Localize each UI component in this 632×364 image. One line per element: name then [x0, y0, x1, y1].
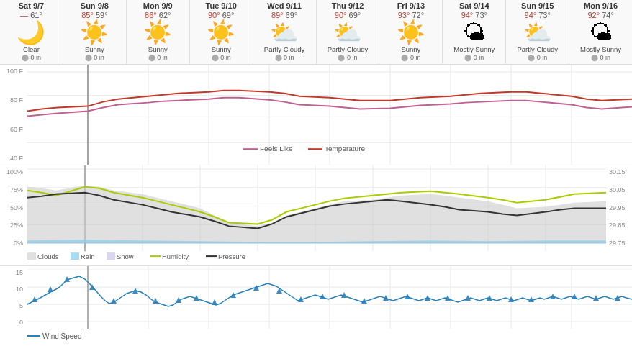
svg-marker-66	[212, 299, 217, 305]
day-icon-3: ☀️	[190, 21, 253, 44]
wind-y-label-10: 10	[1, 286, 26, 293]
day-name-4: Wed 9/11	[253, 1, 316, 10]
temp-y-label-100: 100 F	[1, 68, 26, 75]
temperature-chart: 100 F 80 F 60 F 40 F	[0, 65, 632, 165]
pressure-y-label-low: 29.75	[608, 240, 631, 247]
day-col-7[interactable]: Sat 9/14 94° 73° 🌤 Mostly Sunny ⬤ 0 in	[443, 0, 506, 64]
svg-marker-67	[230, 292, 236, 298]
day-condition-4: Partly Cloudy	[253, 45, 316, 53]
temp-y-label-40: 40 F	[1, 155, 26, 162]
day-condition-5: Partly Cloudy	[317, 45, 379, 53]
svg-text:Humidity: Humidity	[162, 252, 189, 260]
day-col-6[interactable]: Fri 9/13 93° 72° ☀️ Sunny ⬤ 0 in	[379, 0, 443, 64]
day-name-7: Sat 9/14	[443, 1, 505, 10]
humidity-chart: 100% 75% 50% 25% 0% 30.15 30.05 29.95 29…	[0, 165, 632, 266]
wind-y-label-0: 0	[1, 319, 26, 326]
day-condition-3: Sunny	[190, 45, 253, 53]
day-condition-6: Sunny	[379, 45, 442, 53]
wind-y-label-5: 5	[1, 302, 26, 309]
hum-y-label-0: 0%	[1, 240, 26, 247]
day-name-6: Fri 9/13	[379, 1, 442, 10]
pressure-y-label-3: 29.95	[608, 204, 631, 211]
day-name-0: Sat 9/7	[0, 1, 63, 10]
svg-text:Clouds: Clouds	[37, 252, 59, 260]
day-name-8: Sun 9/15	[506, 1, 569, 10]
hum-y-label-25: 25%	[1, 222, 26, 229]
wind-chart: 15 10 5 0	[0, 266, 632, 342]
day-condition-8: Partly Cloudy	[506, 45, 569, 53]
weather-widget: Sat 9/7 — 61° 🌙 Clear ⬤ 0 in Sun 9/8 85°…	[0, 0, 632, 342]
pressure-y-label-high: 30.15	[608, 168, 631, 176]
hum-y-label-100: 100%	[1, 168, 26, 176]
day-icon-5: ⛅	[317, 21, 379, 44]
forecast-header: Sat 9/7 — 61° 🌙 Clear ⬤ 0 in Sun 9/8 85°…	[0, 0, 632, 65]
svg-text:Rain: Rain	[81, 252, 95, 260]
svg-text:Snow: Snow	[117, 252, 134, 260]
clouds-area	[27, 186, 606, 243]
svg-marker-76	[425, 295, 430, 301]
wind-y-label-15: 15	[1, 269, 26, 276]
day-name-9: Mon 9/16	[569, 1, 632, 10]
temp-chart-svg: Feels Like Temperature	[27, 65, 632, 165]
svg-marker-69	[276, 288, 282, 294]
svg-rect-33	[27, 252, 36, 260]
hum-y-label-75: 75%	[1, 186, 26, 194]
svg-marker-85	[615, 295, 620, 301]
pressure-y-label-4: 29.85	[608, 222, 631, 229]
day-icon-8: ⛅	[506, 21, 569, 44]
svg-text:Feels Like: Feels Like	[260, 145, 293, 153]
day-condition-9: Mostly Sunny	[569, 45, 632, 53]
svg-marker-84	[593, 295, 599, 301]
day-condition-1: Sunny	[63, 45, 126, 53]
day-col-2[interactable]: Mon 9/9 86° 62° ☀️ Sunny ⬤ 0 in	[127, 0, 190, 64]
svg-marker-81	[528, 296, 534, 302]
day-icon-0: 🌙	[0, 21, 63, 44]
temp-y-label-60: 60 F	[1, 126, 26, 133]
snow-area	[27, 242, 606, 243]
pressure-y-label-2: 30.05	[608, 186, 631, 194]
svg-rect-37	[107, 252, 115, 260]
day-icon-9: 🌤	[569, 21, 632, 44]
day-col-8[interactable]: Sun 9/15 94° 73° ⛅ Partly Cloudy ⬤ 0 in	[506, 0, 569, 64]
day-icon-4: ⛅	[253, 21, 316, 44]
humidity-chart-svg: Clouds Rain Snow Humidity Pressure	[27, 165, 606, 265]
svg-rect-35	[71, 252, 79, 260]
day-col-4[interactable]: Wed 9/11 89° 69° ⛅ Partly Cloudy ⬤ 0 in	[253, 0, 317, 64]
day-col-5[interactable]: Thu 9/12 90° 69° ⛅ Partly Cloudy ⬤ 0 in	[317, 0, 380, 64]
day-icon-7: 🌤	[443, 21, 505, 44]
day-icon-1: ☀️	[63, 21, 126, 44]
day-condition-2: Sunny	[127, 45, 189, 53]
day-icon-6: ☀️	[379, 21, 442, 44]
day-icon-2: ☀️	[127, 21, 189, 44]
svg-text:Temperature: Temperature	[325, 145, 366, 153]
day-col-9[interactable]: Mon 9/16 92° 74° 🌤 Mostly Sunny ⬤ 0 in	[569, 0, 632, 64]
svg-marker-82	[550, 294, 556, 299]
day-condition-0: Clear	[0, 45, 63, 53]
day-name-1: Sun 9/8	[63, 1, 126, 10]
temp-y-label-80: 80 F	[1, 96, 26, 104]
day-condition-7: Mostly Sunny	[443, 45, 505, 53]
day-col-3[interactable]: Tue 9/10 90° 69° ☀️ Sunny ⬤ 0 in	[190, 0, 253, 64]
day-col-0[interactable]: Sat 9/7 — 61° 🌙 Clear ⬤ 0 in	[0, 0, 63, 64]
svg-text:Pressure: Pressure	[218, 252, 245, 260]
hum-y-label-50: 50%	[1, 204, 26, 211]
wind-chart-svg: Wind Speed	[27, 266, 632, 342]
day-col-1[interactable]: Sun 9/8 85° 59° ☀️ Sunny ⬤ 0 in	[63, 0, 127, 64]
day-name-2: Mon 9/9	[127, 1, 189, 10]
svg-marker-83	[572, 294, 577, 299]
day-name-3: Tue 9/10	[190, 1, 253, 10]
svg-text:Wind Speed: Wind Speed	[42, 332, 81, 340]
day-name-5: Thu 9/12	[317, 1, 379, 10]
